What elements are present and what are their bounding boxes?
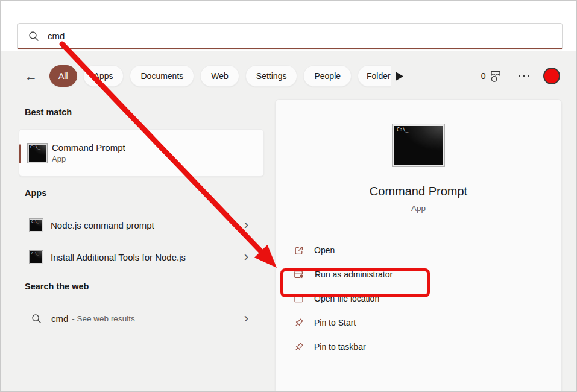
command-prompt-icon-large: C:\_ [393,124,444,166]
windows-search-panel: { "colors": { "accent_brown": "#8b4a3c",… [0,0,577,392]
search-icon [28,31,39,42]
rewards-badge[interactable]: 0 [481,69,503,84]
search-header [1,1,576,51]
best-match-item[interactable]: C:\_ Command Prompt App [19,129,264,177]
selection-accent-bar [19,144,21,163]
best-match-subtitle: App [52,154,125,163]
apps-heading: Apps [25,188,46,198]
tab-web[interactable]: Web [200,65,239,87]
actions-list: Open Run as administrator Open file loca… [276,238,561,359]
chevron-right-icon[interactable]: › [244,251,248,262]
chevron-right-icon[interactable]: › [244,313,248,324]
search-web-heading: Search the web [25,282,89,291]
search-input[interactable] [48,31,562,41]
folder-icon [294,294,304,304]
list-item-web-search[interactable]: cmd - See web results › [19,305,264,332]
search-icon [31,314,42,324]
open-external-icon [294,245,304,256]
back-arrow-icon[interactable]: ← [25,70,37,83]
terminal-icon: C:\_ [30,219,43,232]
search-bar[interactable] [17,23,563,49]
action-pin-to-start[interactable]: Pin to Start [276,311,561,335]
terminal-icon: C:\_ [30,251,43,264]
action-run-as-administrator[interactable]: Run as administrator [276,262,561,286]
list-item-nodejs-command-prompt[interactable]: C:\_ Node.js command prompt › [19,212,264,238]
tab-folders[interactable]: Folders [358,65,391,87]
web-search-suffix: - See web results [72,314,134,323]
tab-documents[interactable]: Documents [130,65,194,87]
action-pin-to-taskbar[interactable]: Pin to taskbar [276,335,561,359]
preview-subtitle: App [276,204,561,213]
tab-people[interactable]: People [303,65,352,87]
filter-tabs-row: ← All Apps Documents Web Settings People… [25,65,560,87]
list-item-install-tools-nodejs[interactable]: C:\_ Install Additional Tools for Node.j… [19,244,264,270]
more-options-icon[interactable] [519,75,530,77]
tab-all[interactable]: All [49,65,77,87]
preview-title: Command Prompt [276,185,561,198]
web-search-query: cmd [51,314,68,324]
tab-apps[interactable]: Apps [83,65,124,87]
divider [286,230,551,230]
rewards-count: 0 [481,71,486,81]
pin-icon [294,318,304,328]
more-tabs-arrow-icon[interactable] [396,71,404,81]
action-open[interactable]: Open [276,238,561,262]
command-prompt-icon: C:\_ [28,144,47,163]
best-match-title: Command Prompt [52,142,125,153]
preview-panel: C:\_ Command Prompt App Open Run as admi… [275,99,562,392]
user-avatar[interactable] [543,68,560,84]
action-open-file-location[interactable]: Open file location [276,286,561,311]
chevron-right-icon[interactable]: › [244,220,248,230]
rewards-medal-icon [488,69,503,84]
pin-icon [294,342,304,352]
tab-settings[interactable]: Settings [245,65,298,87]
run-as-admin-shield-icon [294,270,304,280]
best-match-heading: Best match [25,107,72,117]
